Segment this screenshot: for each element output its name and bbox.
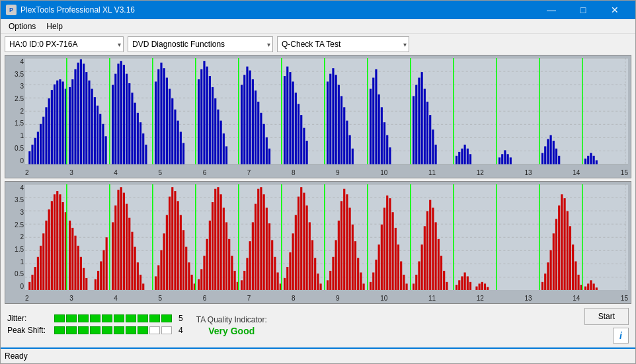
- status-bar: Ready: [1, 347, 635, 363]
- svg-rect-336: [440, 256, 442, 290]
- svg-rect-207: [69, 220, 71, 290]
- menu-options[interactable]: Options: [3, 20, 41, 32]
- svg-rect-370: [587, 283, 589, 290]
- svg-rect-150: [498, 157, 500, 164]
- svg-rect-297: [329, 270, 331, 290]
- info-button[interactable]: i: [613, 328, 629, 344]
- svg-rect-260: [228, 238, 230, 290]
- drive-dropdown-wrap[interactable]: HA:0 ID:0 PX-716A: [5, 36, 124, 52]
- svg-rect-286: [298, 196, 299, 290]
- svg-rect-262: [234, 270, 236, 290]
- svg-rect-69: [160, 63, 162, 164]
- svg-rect-271: [257, 188, 259, 290]
- svg-rect-116: [335, 75, 337, 164]
- peak-shift-bar-3: [78, 326, 89, 334]
- svg-rect-218: [102, 250, 104, 290]
- svg-rect-226: [128, 217, 130, 290]
- svg-rect-285: [295, 215, 297, 290]
- svg-rect-234: [157, 265, 159, 290]
- svg-rect-321: [397, 244, 399, 290]
- start-button[interactable]: Start: [584, 308, 629, 325]
- svg-rect-209: [74, 235, 76, 290]
- svg-rect-161: [555, 149, 557, 164]
- svg-rect-237: [166, 215, 168, 290]
- svg-rect-347: [475, 286, 477, 290]
- svg-rect-193: [31, 274, 33, 290]
- svg-rect-135: [418, 78, 420, 164]
- svg-rect-89: [225, 146, 227, 164]
- svg-rect-219: [106, 237, 108, 290]
- svg-rect-270: [255, 203, 257, 290]
- svg-rect-202: [56, 191, 58, 290]
- svg-rect-345: [469, 281, 471, 290]
- svg-rect-366: [577, 274, 579, 290]
- test-dropdown-wrap[interactable]: Q-Check TA Test: [277, 36, 409, 52]
- function-select[interactable]: DVD Diagnostic Functions: [128, 36, 273, 52]
- maximize-button[interactable]: □: [568, 1, 598, 19]
- svg-rect-152: [504, 150, 506, 164]
- peak-shift-bar-7: [126, 326, 136, 334]
- bottom-chart-inner: [25, 184, 628, 291]
- top-chart-y-labels: 4 3.5 3 2.5 2 1.5 1 0.5 0: [7, 58, 25, 164]
- svg-rect-29: [45, 107, 47, 164]
- svg-rect-203: [59, 194, 61, 290]
- svg-rect-335: [438, 238, 440, 290]
- svg-rect-38: [69, 87, 71, 164]
- svg-rect-30: [48, 98, 50, 164]
- svg-rect-32: [54, 85, 56, 164]
- svg-rect-216: [97, 270, 99, 290]
- svg-rect-25: [34, 138, 36, 164]
- svg-rect-121: [349, 135, 351, 164]
- svg-rect-228: [134, 246, 136, 290]
- svg-rect-86: [217, 110, 219, 164]
- svg-rect-33: [56, 81, 58, 164]
- svg-rect-233: [155, 276, 157, 290]
- svg-rect-53: [112, 85, 114, 164]
- svg-rect-363: [569, 226, 571, 290]
- svg-rect-48: [97, 106, 99, 164]
- jitter-bar-6: [114, 314, 124, 322]
- svg-rect-328: [418, 261, 420, 290]
- svg-rect-45: [88, 81, 90, 164]
- svg-rect-104: [286, 67, 288, 164]
- svg-rect-147: [467, 149, 469, 164]
- jitter-bar-3: [78, 314, 89, 322]
- svg-rect-128: [381, 107, 383, 164]
- close-button[interactable]: ✕: [600, 1, 630, 19]
- drive-select[interactable]: HA:0 ID:0 PX-716A: [5, 36, 124, 52]
- svg-rect-27: [40, 124, 42, 164]
- svg-rect-118: [340, 96, 342, 164]
- title-bar-left: P PlexTools Professional XL V3.16: [6, 5, 135, 15]
- svg-rect-227: [131, 231, 133, 290]
- menu-help[interactable]: Help: [41, 20, 68, 32]
- svg-rect-350: [484, 283, 486, 290]
- function-dropdown-wrap[interactable]: DVD Diagnostic Functions: [128, 36, 273, 52]
- svg-rect-196: [40, 245, 42, 290]
- svg-rect-148: [469, 154, 471, 164]
- svg-rect-267: [246, 258, 248, 290]
- svg-rect-122: [352, 149, 354, 164]
- svg-rect-85: [214, 98, 216, 164]
- svg-rect-28: [42, 117, 44, 164]
- svg-rect-254: [212, 202, 214, 290]
- jitter-bars: [54, 314, 172, 322]
- minimize-button[interactable]: —: [536, 1, 567, 19]
- svg-rect-213: [85, 277, 87, 290]
- svg-rect-151: [501, 154, 503, 164]
- bottom-chart-y-labels: 4 3.5 3 2.5 2 1.5 1 0.5 0: [7, 184, 25, 291]
- svg-rect-77: [182, 143, 184, 164]
- svg-rect-136: [421, 72, 423, 164]
- svg-rect-306: [354, 241, 356, 290]
- svg-rect-96: [255, 91, 257, 164]
- test-select[interactable]: Q-Check TA Test: [277, 36, 409, 52]
- svg-rect-251: [203, 256, 205, 290]
- svg-rect-126: [375, 69, 377, 164]
- title-bar-controls: — □ ✕: [536, 1, 630, 19]
- svg-rect-314: [378, 244, 380, 290]
- svg-rect-80: [200, 69, 202, 164]
- peak-shift-value: 4: [179, 326, 183, 335]
- svg-rect-98: [260, 113, 262, 164]
- svg-rect-231: [142, 283, 144, 290]
- top-chart-inner: [25, 58, 628, 164]
- peak-shift-bar-9-empty: [149, 326, 160, 334]
